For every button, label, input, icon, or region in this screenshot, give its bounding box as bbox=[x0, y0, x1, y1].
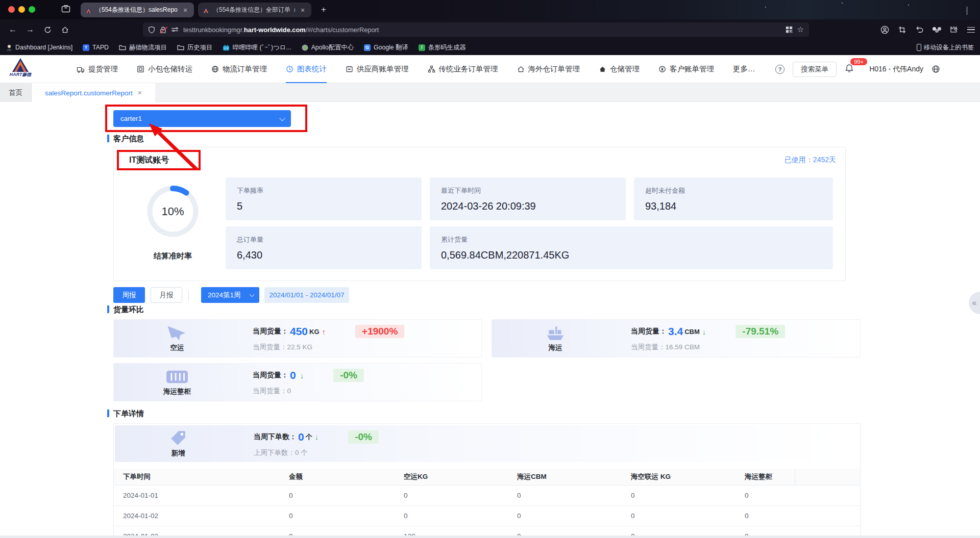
week-select[interactable]: 2024第1周 bbox=[201, 287, 259, 303]
forward-icon[interactable]: → bbox=[21, 25, 39, 34]
extension-dots-icon[interactable] bbox=[933, 27, 941, 33]
undo-arrow-icon[interactable] bbox=[915, 26, 923, 33]
hart-logo[interactable]: HART赫德 bbox=[9, 58, 32, 78]
col-sea-cbm: 海运CBM bbox=[508, 469, 622, 485]
cell-amount: 0 bbox=[280, 505, 395, 526]
window-minimize-button[interactable] bbox=[18, 6, 25, 13]
monthly-report-button[interactable]: 月报 bbox=[151, 287, 182, 303]
weekly-report-button[interactable]: 周报 bbox=[113, 287, 145, 303]
mobile-bookmarks[interactable]: 移动设备上的书签 bbox=[917, 43, 974, 52]
permissions-icon[interactable] bbox=[171, 27, 179, 33]
nav-label: 物流订单管理 bbox=[223, 64, 267, 74]
nav-label: 仓储管理 bbox=[610, 64, 640, 74]
window-zoom-button[interactable] bbox=[29, 6, 35, 13]
route-tab-close-icon[interactable]: × bbox=[138, 89, 142, 97]
lock-disabled-icon[interactable] bbox=[160, 26, 166, 34]
notifications[interactable]: 99+ bbox=[845, 64, 854, 74]
language-globe-icon[interactable] bbox=[932, 65, 940, 73]
new-tab-button[interactable] bbox=[317, 4, 330, 16]
nav-label: 传统业务订单管理 bbox=[439, 64, 498, 74]
filter-divider bbox=[188, 290, 189, 300]
qr-code-icon[interactable] bbox=[786, 26, 793, 33]
nav-item-traditional-orders[interactable]: 传统业务订单管理 bbox=[428, 55, 498, 83]
extensions-puzzle-icon[interactable] bbox=[950, 26, 958, 34]
user-menu[interactable]: H016 - 代伟Andy bbox=[869, 65, 923, 74]
window-close-button[interactable] bbox=[8, 6, 15, 13]
tag-icon bbox=[169, 429, 187, 449]
url-bar[interactable]: testtrunkbookingmgr.hart-worldwide.com/#… bbox=[143, 22, 809, 37]
cell-sea-air-kg: 0 bbox=[622, 485, 736, 505]
cargo-card-air: 空运 当周货量： 450 KG +1900% 当周货量：22.5 KG bbox=[113, 319, 482, 357]
bookmark-barcode-generator[interactable]: 条形码生成器 bbox=[419, 43, 466, 52]
back-icon[interactable]: ← bbox=[4, 25, 21, 34]
stat-value: 93,184 bbox=[645, 200, 822, 212]
bookmark-folder-hart[interactable]: 赫德物流项目 bbox=[119, 43, 167, 52]
bookmark-folder-history[interactable]: 历史项目 bbox=[177, 43, 212, 52]
bookmark-label: 历史项目 bbox=[187, 43, 212, 52]
change-badge: -0% bbox=[333, 369, 364, 382]
nav-item-customer-bills[interactable]: 客户账单管理 bbox=[658, 55, 714, 83]
collapse-panel-handle[interactable] bbox=[969, 292, 980, 314]
cell-filler bbox=[795, 505, 860, 526]
nav-item-supplier-bills[interactable]: 供应商账单管理 bbox=[346, 55, 409, 83]
ship-icon bbox=[545, 325, 566, 343]
cell-full-container: 0 bbox=[736, 505, 795, 526]
col-amount: 金额 bbox=[280, 469, 395, 485]
apollo-icon bbox=[302, 44, 308, 51]
shield-icon[interactable] bbox=[148, 26, 155, 34]
stat-cumulative-cargo: 累计货量 0,569.84CBM,220871.45KG bbox=[430, 226, 833, 269]
search-menu-button[interactable]: 搜索菜单 bbox=[793, 62, 837, 77]
cell-sea-cbm: 0 bbox=[508, 485, 622, 505]
nav-label: 海外仓订单管理 bbox=[528, 64, 580, 74]
cell-full-container: 0 bbox=[736, 485, 795, 505]
bookmark-bilibili[interactable]: 哔哩哔哩 (ﾟ-ﾟ)つロ... bbox=[223, 43, 291, 52]
date-range-badge[interactable]: 2024/01/01 - 2024/01/07 bbox=[264, 287, 349, 303]
nav-label: 供应商账单管理 bbox=[357, 64, 409, 74]
table-row: 2024-01-02 0 0 0 0 0 bbox=[114, 505, 860, 526]
col-filler bbox=[795, 469, 860, 485]
stat-total-orders: 总订单量 6,430 bbox=[226, 226, 422, 269]
nav-item-overseas-warehouse[interactable]: 海外仓订单管理 bbox=[517, 55, 580, 83]
bookmark-apollo[interactable]: Apollo配置中心 bbox=[302, 43, 354, 52]
screenshot-crop-icon[interactable] bbox=[898, 26, 906, 34]
window-controls[interactable] bbox=[8, 6, 35, 13]
nav-item-logistics-orders[interactable]: 物流订单管理 bbox=[211, 55, 267, 83]
menu-hamburger-icon[interactable] bbox=[967, 27, 975, 33]
nav-label: 提货管理 bbox=[88, 64, 118, 74]
nav-item-pickup[interactable]: 提货管理 bbox=[77, 55, 118, 83]
route-tab-active[interactable]: salesReport.customerReport × bbox=[32, 83, 155, 103]
app-header: HART赫德 提货管理 小包仓储转运 物流订单管理 图表统计 供应商账单管理 传… bbox=[0, 55, 980, 83]
url-text[interactable]: testtrunkbookingmgr.hart-worldwide.com/#… bbox=[183, 26, 781, 34]
browser-tab-1[interactable]: （554条推送信息）salesReport.c bbox=[81, 3, 194, 17]
bookmark-google-translate[interactable]: Google 翻译 bbox=[364, 43, 408, 52]
nav-item-parcel-warehouse[interactable]: 小包仓储转运 bbox=[137, 55, 192, 83]
sidebar-toggle-icon[interactable] bbox=[61, 5, 70, 13]
route-tab-home[interactable]: 首页 bbox=[0, 83, 32, 102]
cell-air-kg: 0 bbox=[395, 485, 508, 505]
nav-item-more[interactable]: 更多… bbox=[733, 55, 755, 83]
hart-favicon bbox=[203, 7, 209, 13]
stat-label: 总订单量 bbox=[237, 235, 410, 244]
bookmark-label: 赫德物流项目 bbox=[129, 43, 167, 52]
bookmark-star-icon[interactable]: ☆ bbox=[797, 25, 804, 34]
tab-list-chevron-icon[interactable] bbox=[967, 7, 972, 12]
tab-close-icon[interactable] bbox=[299, 6, 307, 14]
customer-select[interactable]: carter1 bbox=[113, 110, 291, 127]
cargo-line1-label: 当周货量： bbox=[253, 327, 288, 336]
reload-icon[interactable] bbox=[39, 26, 56, 34]
tab-close-icon[interactable] bbox=[181, 6, 189, 14]
nav-item-charts[interactable]: 图表统计 bbox=[286, 55, 327, 83]
cargo-value: 450 bbox=[290, 325, 308, 338]
nav-item-warehouse[interactable]: 仓储管理 bbox=[599, 55, 640, 83]
settlement-donut-chart: 10% bbox=[143, 182, 202, 241]
account-icon[interactable] bbox=[880, 25, 889, 34]
bookmark-jenkins[interactable]: Dashboard [Jenkins] bbox=[6, 44, 72, 51]
home-icon[interactable] bbox=[56, 26, 74, 34]
bookmark-tapd[interactable]: TAPD bbox=[83, 44, 109, 51]
help-icon[interactable] bbox=[775, 65, 785, 74]
package-icon bbox=[137, 65, 144, 73]
browser-tab-2[interactable]: （554条推送信息）全部订单（新 bbox=[198, 3, 311, 17]
cargo-name: 空运 bbox=[114, 343, 240, 352]
stat-value: 6,430 bbox=[237, 249, 410, 261]
order-card-name: 新增 bbox=[115, 449, 241, 458]
